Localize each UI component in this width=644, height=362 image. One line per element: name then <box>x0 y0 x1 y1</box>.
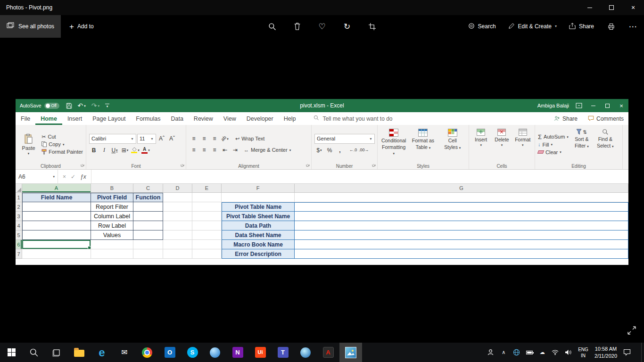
font-color-button[interactable]: A ▾ <box>141 146 150 155</box>
increase-font-icon[interactable]: Aˆ <box>157 134 166 143</box>
tab-insert[interactable]: Insert <box>62 112 87 125</box>
onedrive-cloud-icon[interactable]: ☁ <box>539 350 545 355</box>
align-left-icon[interactable]: ≡ <box>189 145 198 155</box>
align-center-icon[interactable]: ≡ <box>199 145 209 155</box>
row-header-4[interactable]: 4 <box>16 221 22 230</box>
merge-center-button[interactable]: ↔ Merge & Center ▾ <box>244 147 291 153</box>
zoom-icon[interactable] <box>267 22 277 31</box>
print-icon[interactable] <box>606 22 616 31</box>
decrease-indent-icon[interactable]: ⇤ <box>220 145 230 155</box>
battery-icon[interactable] <box>526 351 533 354</box>
people-icon[interactable] <box>487 349 494 356</box>
wifi-icon[interactable] <box>552 349 559 355</box>
window-maximize-button[interactable] <box>601 0 622 15</box>
start-button[interactable] <box>0 343 23 362</box>
language-indicator[interactable]: ENG IN <box>578 346 588 359</box>
taskbar-search-button[interactable] <box>23 343 45 362</box>
row-header-2[interactable]: 2 <box>16 202 22 212</box>
cell-E3[interactable] <box>192 212 222 221</box>
cancel-icon[interactable]: × <box>63 174 66 180</box>
cell-B4[interactable]: Row Label <box>91 221 133 230</box>
expand-icon[interactable] <box>627 326 636 337</box>
file-explorer-icon[interactable] <box>68 343 91 362</box>
cell-D3[interactable] <box>163 212 192 221</box>
find-select-button[interactable]: Find & Select ▾ <box>595 127 616 162</box>
number-format-select[interactable]: General ▼ <box>314 134 375 144</box>
paste-button[interactable]: Paste ▾ <box>18 127 39 162</box>
font-size-select[interactable]: 11 ▼ <box>137 134 156 144</box>
cell-D5[interactable] <box>163 230 192 240</box>
format-as-table-button[interactable]: Format as Table ▾ <box>410 127 436 162</box>
insert-cells-button[interactable]: Insert ▾ <box>472 127 490 162</box>
chrome-icon[interactable] <box>136 343 158 362</box>
tab-developer[interactable]: Developer <box>241 112 279 125</box>
cell-G5[interactable] <box>295 230 628 240</box>
cell-B1[interactable]: Pivot Field <box>91 193 133 202</box>
cell-D6[interactable] <box>163 240 192 249</box>
align-right-icon[interactable]: ≡ <box>210 145 219 155</box>
cell-A3[interactable] <box>22 212 91 221</box>
favorite-heart-icon[interactable]: ♡ <box>317 22 327 31</box>
cell-A7[interactable] <box>22 249 91 259</box>
search-button[interactable]: Search <box>468 23 496 31</box>
cell-G6[interactable] <box>295 240 628 249</box>
rotate-icon[interactable]: ↻ <box>342 22 352 31</box>
column-header-F[interactable]: F <box>222 184 295 193</box>
tab-view[interactable]: View <box>218 112 241 125</box>
cell-A5[interactable] <box>22 230 91 240</box>
edge-icon[interactable]: e <box>91 343 113 362</box>
autosum-button[interactable]: Σ AutoSum ▾ <box>538 134 569 140</box>
cell-E5[interactable] <box>192 230 222 240</box>
excel-maximize-button[interactable] <box>600 99 614 112</box>
fill-button[interactable]: ↓ Fill ▾ <box>538 142 569 148</box>
comma-style-button[interactable]: , <box>335 146 345 155</box>
wrap-text-button[interactable]: ↩ Wrap Text <box>235 136 264 141</box>
customize-quick-access-button[interactable]: ▾ <box>105 104 109 108</box>
column-header-A[interactable]: A <box>22 184 91 193</box>
adobe-reader-icon[interactable]: A <box>317 343 339 362</box>
row-header-3[interactable]: 3 <box>16 212 22 221</box>
cell-E7[interactable] <box>192 249 222 259</box>
cell-C2[interactable] <box>133 202 163 212</box>
window-minimize-button[interactable] <box>579 0 601 15</box>
cell-B6[interactable] <box>91 240 133 249</box>
edit-create-button[interactable]: Edit & Create ▾ <box>508 23 557 31</box>
decrease-font-icon[interactable]: Aˇ <box>167 134 177 143</box>
cell-D2[interactable] <box>163 202 192 212</box>
see-all-photos-button[interactable]: See all photos <box>0 15 61 38</box>
browser-icon-2[interactable] <box>294 343 317 362</box>
cell-F6[interactable]: Macro Book Name <box>222 240 295 249</box>
font-family-select[interactable]: Calibri ▼ <box>89 134 136 144</box>
share-button[interactable]: Share <box>569 23 594 31</box>
borders-button[interactable]: ⊞▾ <box>120 146 130 155</box>
insert-function-icon[interactable]: ƒx <box>80 174 86 180</box>
add-to-button[interactable]: + Add to <box>69 23 94 31</box>
cell-G3[interactable] <box>295 212 628 221</box>
crop-icon[interactable] <box>367 22 377 31</box>
delete-icon[interactable] <box>292 22 302 31</box>
tab-data[interactable]: Data <box>165 112 188 125</box>
column-header-B[interactable]: B <box>91 184 133 193</box>
cell-B2[interactable]: Report Filter <box>91 202 133 212</box>
cell-styles-button[interactable]: Cell Styles ▾ <box>439 127 466 162</box>
fill-color-button[interactable]: ▾ <box>131 146 140 155</box>
browser-icon[interactable] <box>204 343 226 362</box>
cell-F4[interactable]: Data Path <box>222 221 295 230</box>
row-header-1[interactable]: 1 <box>16 193 22 202</box>
increase-decimal-icon[interactable]: ←.0 <box>348 146 358 155</box>
volume-icon[interactable] <box>565 349 572 355</box>
bold-button[interactable]: B <box>89 146 99 155</box>
excel-share-button[interactable]: Share <box>550 114 581 123</box>
cell-A4[interactable] <box>22 221 91 230</box>
underline-button[interactable]: U▾ <box>110 146 119 155</box>
tab-formulas[interactable]: Formulas <box>131 112 165 125</box>
column-header-C[interactable]: C <box>133 184 163 193</box>
row-header-6[interactable]: 6 <box>16 240 22 249</box>
cell-F1[interactable] <box>222 193 295 202</box>
tab-review[interactable]: Review <box>189 112 218 125</box>
cell-A6-selected[interactable] <box>22 240 91 249</box>
format-painter-button[interactable]: Format Painter <box>41 149 83 155</box>
name-box[interactable]: A6 ▾ <box>16 170 58 183</box>
cell-F5[interactable]: Data Sheet Name <box>222 230 295 240</box>
percent-style-button[interactable]: % <box>325 146 334 155</box>
